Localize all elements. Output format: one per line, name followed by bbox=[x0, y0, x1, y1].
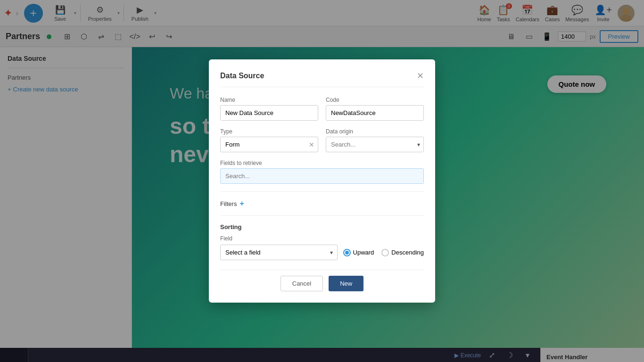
code-label: Code bbox=[326, 97, 424, 103]
filters-row: Filters + bbox=[220, 199, 424, 208]
code-field-group: Code bbox=[326, 97, 424, 121]
fields-search-input[interactable] bbox=[220, 168, 424, 184]
field-row: Select a field ▾ Upward Descending bbox=[220, 245, 424, 260]
upward-radio-circle bbox=[343, 249, 351, 256]
descending-label: Descending bbox=[391, 249, 424, 256]
data-origin-dropdown-arrow[interactable]: ▾ bbox=[417, 141, 420, 148]
type-label: Type bbox=[220, 128, 318, 135]
type-origin-row: Type ✕ Data origin ▾ bbox=[220, 128, 424, 152]
field-select[interactable]: Select a field bbox=[220, 245, 338, 260]
name-label: Name bbox=[220, 97, 318, 103]
divider-1 bbox=[220, 191, 424, 192]
data-origin-input[interactable] bbox=[326, 137, 424, 152]
data-source-modal: Data Source ✕ Name Code Type ✕ Dat bbox=[209, 59, 435, 303]
field-label: Field bbox=[220, 235, 424, 242]
data-origin-wrapper: ▾ bbox=[326, 137, 424, 152]
modal-title: Data Source bbox=[220, 72, 264, 80]
data-origin-label: Data origin bbox=[326, 128, 424, 135]
type-input[interactable] bbox=[220, 137, 318, 152]
type-clear-button[interactable]: ✕ bbox=[309, 141, 314, 148]
sorting-section: Sorting Field Select a field ▾ Upward bbox=[220, 223, 424, 260]
name-code-row: Name Code bbox=[220, 97, 424, 121]
modal-overlay: Data Source ✕ Name Code Type ✕ Dat bbox=[0, 0, 644, 362]
cancel-button[interactable]: Cancel bbox=[281, 276, 323, 291]
select-field-wrapper: Select a field ▾ bbox=[220, 245, 338, 260]
descending-radio[interactable]: Descending bbox=[381, 249, 424, 256]
new-button[interactable]: New bbox=[329, 276, 363, 291]
divider-2 bbox=[220, 215, 424, 216]
upward-radio[interactable]: Upward bbox=[343, 249, 374, 256]
upward-label: Upward bbox=[353, 249, 374, 256]
sorting-title: Sorting bbox=[220, 223, 424, 230]
type-field-group: Type ✕ bbox=[220, 128, 318, 152]
name-input[interactable] bbox=[220, 105, 318, 121]
fields-group: Fields to retrieve bbox=[220, 160, 424, 184]
data-origin-field-group: Data origin ▾ bbox=[326, 128, 424, 152]
radio-group: Upward Descending bbox=[343, 249, 424, 256]
fields-label: Fields to retrieve bbox=[220, 160, 424, 166]
descending-radio-circle bbox=[381, 249, 389, 256]
type-select-wrapper: ✕ bbox=[220, 137, 318, 152]
filters-label: Filters bbox=[220, 200, 237, 207]
code-input[interactable] bbox=[326, 105, 424, 121]
name-field-group: Name bbox=[220, 97, 318, 121]
add-filter-button[interactable]: + bbox=[239, 199, 244, 208]
modal-close-button[interactable]: ✕ bbox=[417, 71, 424, 81]
modal-header: Data Source ✕ bbox=[220, 71, 424, 87]
modal-footer: Cancel New bbox=[220, 270, 424, 291]
